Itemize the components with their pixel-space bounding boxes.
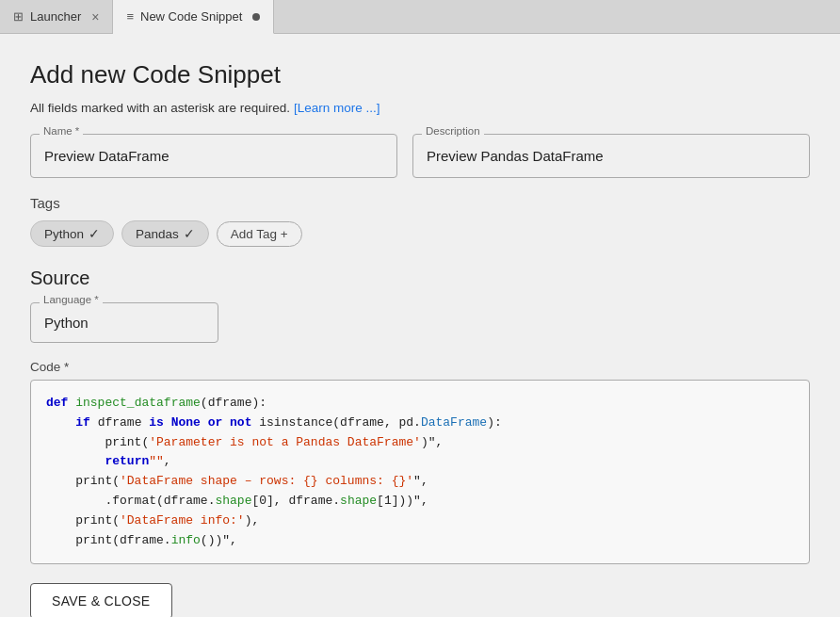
tag-python[interactable]: Python ✓ <box>30 220 114 247</box>
name-label: Name * <box>40 125 83 137</box>
tab-bar: ⊞ Launcher × ≡ New Code Snippet <box>0 0 840 34</box>
add-tag-button[interactable]: Add Tag + <box>217 221 302 247</box>
tags-section-label: Tags <box>30 195 810 211</box>
save-close-button[interactable]: SAVE & CLOSE <box>30 583 172 617</box>
language-input[interactable] <box>30 302 218 343</box>
required-note-text: All fields marked with an asterisk are r… <box>30 101 290 115</box>
code-line-1: def inspect_dataframe(dframe): <box>46 394 794 414</box>
description-input[interactable] <box>412 134 810 178</box>
tab-new-code-snippet[interactable]: ≡ New Code Snippet <box>113 0 274 34</box>
learn-more-link[interactable]: [Learn more ...] <box>294 101 380 115</box>
tab-modified-dot <box>252 13 260 21</box>
tag-python-label: Python <box>44 227 84 241</box>
description-label: Description <box>422 125 484 137</box>
code-line-2: if dframe is None or not isinstance(dfra… <box>46 414 794 433</box>
name-field-group: Name * <box>30 134 397 178</box>
tab-new-code-snippet-label: New Code Snippet <box>140 9 242 24</box>
code-line-3: print('Parameter is not a Pandas DataFra… <box>46 433 794 453</box>
code-line-8: print(dframe.info())", <box>46 531 794 551</box>
tag-python-check: ✓ <box>89 226 100 241</box>
tab-launcher-label: Launcher <box>30 9 81 24</box>
code-editor[interactable]: def inspect_dataframe(dframe): if dframe… <box>30 380 810 564</box>
tab-close-launcher[interactable]: × <box>91 9 99 24</box>
code-line-4: return"", <box>46 452 794 472</box>
description-field-group: Description <box>412 134 810 178</box>
tag-pandas-label: Pandas <box>136 227 179 241</box>
snippet-icon: ≡ <box>126 9 134 24</box>
name-input[interactable] <box>30 134 397 178</box>
main-content: Add new Code Snippet All fields marked w… <box>0 34 840 617</box>
source-title: Source <box>30 268 810 289</box>
code-label: Code * <box>30 360 810 374</box>
page-title: Add new Code Snippet <box>30 60 810 89</box>
launcher-icon: ⊞ <box>13 9 24 24</box>
code-line-5: print('DataFrame shape – rows: {} column… <box>46 472 794 492</box>
tags-row: Python ✓ Pandas ✓ Add Tag + <box>30 220 810 247</box>
required-note: All fields marked with an asterisk are r… <box>30 101 810 115</box>
code-line-6: .format(dframe.shape[0], dframe.shape[1]… <box>46 492 794 511</box>
code-line-7: print('DataFrame info:'), <box>46 511 794 531</box>
add-tag-label: Add Tag + <box>231 227 288 241</box>
tag-pandas[interactable]: Pandas ✓ <box>121 220 209 247</box>
tab-launcher[interactable]: ⊞ Launcher × <box>0 0 113 33</box>
name-description-row: Name * Description <box>30 134 810 178</box>
tag-pandas-check: ✓ <box>184 226 195 241</box>
language-label: Language * <box>40 294 103 305</box>
language-field-group: Language * <box>30 302 218 343</box>
